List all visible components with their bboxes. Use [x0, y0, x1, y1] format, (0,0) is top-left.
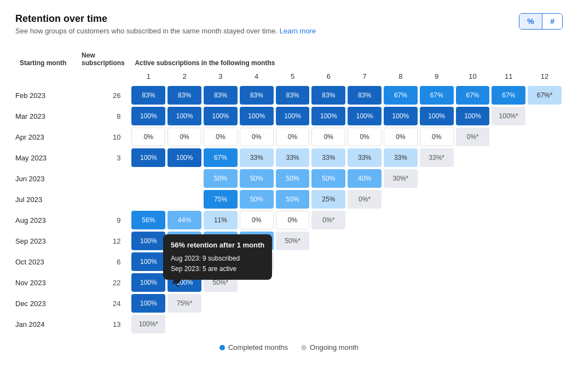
retention-cell[interactable]: 33%	[383, 147, 419, 168]
retention-cell[interactable]	[166, 168, 203, 189]
retention-cell[interactable]: 100%	[166, 272, 203, 293]
retention-cell[interactable]: 100%*	[490, 106, 527, 126]
retention-cell[interactable]: 50%	[166, 230, 203, 251]
retention-cell[interactable]: 0%	[203, 126, 239, 147]
retention-cell[interactable]	[455, 147, 491, 168]
retention-cell[interactable]	[130, 168, 166, 189]
retention-cell[interactable]	[310, 251, 346, 272]
retention-cell[interactable]	[275, 251, 311, 272]
retention-cell[interactable]	[275, 272, 311, 293]
retention-cell[interactable]: 100%	[310, 106, 346, 126]
retention-cell[interactable]: 100%	[130, 251, 166, 272]
retention-cell[interactable]: 100%	[166, 106, 203, 126]
retention-cell[interactable]	[383, 272, 419, 293]
retention-cell[interactable]	[383, 189, 419, 210]
retention-cell[interactable]: 0%	[166, 126, 203, 147]
retention-cell[interactable]: 67%	[203, 251, 239, 272]
retention-cell[interactable]: 0%	[239, 210, 275, 230]
retention-cell[interactable]: 40%	[346, 168, 383, 189]
retention-cell[interactable]	[490, 272, 527, 293]
retention-cell[interactable]: 0%	[275, 126, 311, 147]
retention-cell[interactable]: 0%	[419, 126, 455, 147]
retention-cell[interactable]: 67%	[490, 85, 527, 106]
retention-cell[interactable]	[166, 189, 203, 210]
retention-cell[interactable]: 100%	[130, 272, 166, 293]
retention-cell[interactable]	[419, 189, 455, 210]
retention-cell[interactable]: 50%	[310, 168, 346, 189]
retention-cell[interactable]	[203, 293, 239, 314]
retention-cell[interactable]: 50%	[239, 189, 275, 210]
retention-cell[interactable]	[527, 251, 563, 272]
retention-cell[interactable]: 50%	[275, 189, 311, 210]
retention-cell[interactable]	[527, 168, 563, 189]
retention-cell[interactable]	[455, 210, 491, 230]
retention-cell[interactable]: 100%	[383, 106, 419, 126]
retention-cell[interactable]: 67%	[419, 85, 455, 106]
retention-cell[interactable]	[527, 189, 563, 210]
retention-cell[interactable]	[346, 293, 383, 314]
retention-cell[interactable]	[383, 293, 419, 314]
learn-more-link[interactable]: Learn more	[280, 27, 316, 35]
retention-cell[interactable]	[419, 272, 455, 293]
retention-cell[interactable]: 100%	[346, 106, 383, 126]
retention-cell[interactable]: 67%	[203, 147, 239, 168]
retention-cell[interactable]	[490, 126, 527, 147]
retention-cell[interactable]	[239, 293, 275, 314]
retention-cell[interactable]	[490, 210, 527, 230]
retention-cell[interactable]: 33%*	[419, 147, 455, 168]
retention-cell[interactable]: 83%	[275, 85, 311, 106]
retention-cell[interactable]: 0%	[239, 126, 275, 147]
retention-cell[interactable]: 11%	[203, 210, 239, 230]
retention-cell[interactable]: 33%	[239, 147, 275, 168]
retention-cell[interactable]	[310, 272, 346, 293]
retention-cell[interactable]: 0%	[346, 126, 383, 147]
retention-cell[interactable]	[455, 314, 491, 335]
retention-cell[interactable]: 100%	[419, 106, 455, 126]
retention-cell[interactable]	[239, 272, 275, 293]
retention-cell[interactable]: 83%	[239, 85, 275, 106]
retention-cell[interactable]	[527, 106, 563, 126]
retention-cell[interactable]: 50%*	[275, 230, 311, 251]
retention-cell[interactable]: 100%*	[130, 314, 166, 335]
percent-toggle-btn[interactable]: %	[519, 14, 541, 29]
retention-cell[interactable]	[455, 168, 491, 189]
retention-cell[interactable]: 67%	[455, 85, 491, 106]
retention-cell[interactable]: 0%	[310, 126, 346, 147]
retention-cell[interactable]: 30%*	[383, 168, 419, 189]
retention-cell[interactable]	[419, 168, 455, 189]
retention-cell[interactable]	[490, 293, 527, 314]
retention-cell[interactable]: 75%	[203, 189, 239, 210]
retention-cell[interactable]: 33%	[346, 147, 383, 168]
retention-cell[interactable]	[490, 251, 527, 272]
retention-cell[interactable]	[310, 293, 346, 314]
retention-cell[interactable]	[490, 230, 527, 251]
retention-cell[interactable]: 100%	[130, 147, 166, 168]
retention-cell[interactable]	[490, 189, 527, 210]
retention-cell[interactable]: 56%	[130, 210, 166, 230]
retention-cell[interactable]	[455, 251, 491, 272]
retention-cell[interactable]: 75%*	[166, 293, 203, 314]
retention-cell[interactable]	[419, 230, 455, 251]
retention-cell[interactable]	[527, 314, 563, 335]
retention-cell[interactable]: 83%	[203, 85, 239, 106]
retention-cell[interactable]	[527, 147, 563, 168]
retention-cell[interactable]: 0%	[275, 210, 311, 230]
retention-cell[interactable]: 0%*	[346, 189, 383, 210]
retention-cell[interactable]	[527, 126, 563, 147]
retention-cell[interactable]	[310, 230, 346, 251]
retention-cell[interactable]	[346, 230, 383, 251]
retention-cell[interactable]	[419, 251, 455, 272]
retention-cell[interactable]: 83%	[346, 85, 383, 106]
retention-cell[interactable]	[346, 314, 383, 335]
retention-cell[interactable]: 0%	[383, 126, 419, 147]
retention-cell[interactable]: 83%	[130, 85, 166, 106]
retention-cell[interactable]	[455, 230, 491, 251]
retention-cell[interactable]	[490, 314, 527, 335]
retention-cell[interactable]: 100%	[130, 293, 166, 314]
retention-cell[interactable]	[527, 230, 563, 251]
retention-cell[interactable]	[203, 314, 239, 335]
retention-cell[interactable]	[490, 147, 527, 168]
retention-cell[interactable]	[383, 230, 419, 251]
retention-cell[interactable]: 50%	[203, 168, 239, 189]
retention-cell[interactable]: 67%*	[527, 85, 563, 106]
